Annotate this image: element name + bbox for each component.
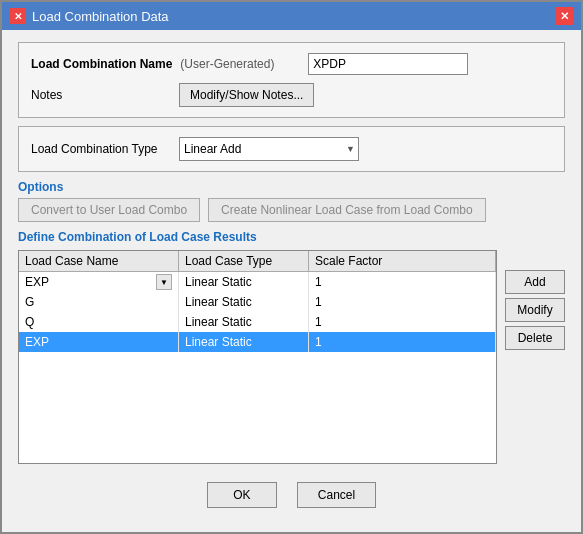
- table-row[interactable]: Q Linear Static 1: [19, 312, 496, 332]
- table-row[interactable]: EXP ▼ Linear Static 1: [19, 272, 496, 292]
- td-scale: 1: [309, 312, 496, 332]
- td-type: Linear Static: [179, 312, 309, 332]
- window-title: Load Combination Data: [32, 9, 169, 24]
- col-header-type: Load Case Type: [179, 251, 309, 271]
- title-bar-left: ✕ Load Combination Data: [10, 8, 169, 24]
- app-icon: ✕: [10, 8, 26, 24]
- td-name: EXP ▼: [19, 272, 179, 292]
- table-row-selected[interactable]: EXP Linear Static 1: [19, 332, 496, 352]
- td-name: G: [19, 292, 179, 312]
- options-buttons: Convert to User Load Combo Create Nonlin…: [18, 198, 565, 222]
- td-type: Linear Static: [179, 292, 309, 312]
- type-select-wrapper: Linear Add Linear Envelope Absolute Add …: [179, 137, 359, 161]
- main-window: ✕ Load Combination Data ✕ Load Combinati…: [0, 0, 583, 534]
- modify-notes-button[interactable]: Modify/Show Notes...: [179, 83, 314, 107]
- data-table: Load Case Name Load Case Type Scale Fact…: [18, 250, 497, 464]
- td-type: Linear Static: [179, 332, 309, 352]
- col-header-name: Load Case Name: [19, 251, 179, 271]
- notes-row: Notes Modify/Show Notes...: [31, 83, 552, 107]
- table-area: Load Case Name Load Case Type Scale Fact…: [18, 250, 565, 464]
- table-body: EXP ▼ Linear Static 1 G Linear Static: [19, 272, 496, 463]
- footer: OK Cancel: [18, 472, 565, 520]
- side-buttons: Add Modify Delete: [505, 250, 565, 464]
- options-section: Options Convert to User Load Combo Creat…: [18, 180, 565, 222]
- modify-button[interactable]: Modify: [505, 298, 565, 322]
- cancel-button[interactable]: Cancel: [297, 482, 376, 508]
- name-label: Load Combination Name: [31, 57, 172, 71]
- dropdown-arrow[interactable]: ▼: [156, 274, 172, 290]
- notes-label: Notes: [31, 88, 171, 102]
- delete-button[interactable]: Delete: [505, 326, 565, 350]
- ok-button[interactable]: OK: [207, 482, 277, 508]
- type-section: Load Combination Type Linear Add Linear …: [18, 126, 565, 172]
- user-generated-label: (User-Generated): [180, 57, 300, 71]
- name-row: Load Combination Name (User-Generated): [31, 53, 552, 75]
- table-row[interactable]: G Linear Static 1: [19, 292, 496, 312]
- td-scale: 1: [309, 292, 496, 312]
- table-header: Load Case Name Load Case Type Scale Fact…: [19, 251, 496, 272]
- col-header-scale: Scale Factor: [309, 251, 496, 271]
- name-section: Load Combination Name (User-Generated) N…: [18, 42, 565, 118]
- add-button[interactable]: Add: [505, 270, 565, 294]
- td-name: Q: [19, 312, 179, 332]
- td-type: Linear Static: [179, 272, 309, 292]
- td-scale: 1: [309, 272, 496, 292]
- title-bar: ✕ Load Combination Data ✕: [2, 2, 581, 30]
- define-section: Define Combination of Load Case Results …: [18, 230, 565, 464]
- define-label: Define Combination of Load Case Results: [18, 230, 565, 244]
- type-row: Load Combination Type Linear Add Linear …: [31, 137, 552, 161]
- create-nonlinear-button[interactable]: Create Nonlinear Load Case from Load Com…: [208, 198, 485, 222]
- td-name: EXP: [19, 332, 179, 352]
- convert-button[interactable]: Convert to User Load Combo: [18, 198, 200, 222]
- td-scale: 1: [309, 332, 496, 352]
- close-button[interactable]: ✕: [555, 7, 573, 25]
- type-select[interactable]: Linear Add Linear Envelope Absolute Add …: [179, 137, 359, 161]
- options-label: Options: [18, 180, 565, 194]
- name-input[interactable]: [308, 53, 468, 75]
- content-area: Load Combination Name (User-Generated) N…: [2, 30, 581, 532]
- type-label: Load Combination Type: [31, 142, 171, 156]
